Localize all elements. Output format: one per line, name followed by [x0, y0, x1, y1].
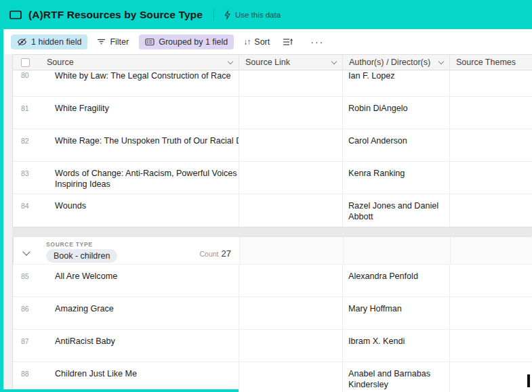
cell-source-themes[interactable] — [450, 265, 532, 297]
cell-source-link[interactable] — [239, 330, 343, 362]
cell-source-themes[interactable] — [450, 162, 532, 194]
source-title: White Fragility — [43, 97, 112, 129]
cell-source-link[interactable] — [239, 162, 343, 194]
embed-left-border — [0, 29, 3, 392]
filter-button[interactable]: Filter — [91, 35, 135, 49]
column-header-row: Source Source Link Author(s) / Director(… — [12, 54, 532, 70]
group-count: Count27 — [200, 248, 232, 259]
embed-bottom-border — [0, 389, 239, 392]
group-header-spacer — [344, 237, 451, 264]
source-title: All Are Welcome — [43, 265, 120, 297]
column-header-source-link[interactable]: Source Link — [239, 55, 343, 70]
cell-source-link[interactable] — [239, 297, 343, 329]
row-number: 81 — [13, 97, 43, 129]
column-header-source[interactable]: Source — [13, 55, 239, 70]
cell-authors[interactable]: Alexandra Penfold — [343, 265, 450, 297]
cell-source-link[interactable] — [239, 97, 343, 129]
hidden-fields-button[interactable]: 1 hidden field — [11, 35, 87, 49]
cell-source-link[interactable] — [239, 265, 343, 297]
cell-source[interactable]: 81 White Fragility — [13, 97, 239, 129]
sort-button[interactable]: ↓↑ Sort — [237, 35, 276, 49]
cell-source[interactable]: 82 White Rage: The Unspoken Truth of Our… — [13, 129, 239, 161]
row-number: 84 — [13, 194, 43, 227]
table-row[interactable]: 81 White Fragility Robin DiAngelo — [13, 97, 532, 129]
cell-source-themes[interactable] — [450, 362, 532, 392]
cell-source[interactable]: 84 Wounds — [13, 194, 239, 227]
cell-authors[interactable]: Carol Anderson — [343, 129, 450, 161]
title-bar: (A)RTF Resources by Source Type Use this… — [0, 0, 532, 29]
group-count-label: Count — [200, 250, 219, 258]
group-section-previous: 80 White by Law: The Legal Construction … — [12, 70, 532, 227]
cell-source[interactable]: 85 All Are Welcome — [13, 265, 239, 297]
page-title: (A)RTF Resources by Source Type — [28, 9, 203, 21]
view-toolbar: 1 hidden field Filter Grouped by 1 field… — [3, 29, 532, 54]
cell-source[interactable]: 80 White by Law: The Legal Construction … — [13, 70, 239, 96]
scrollbar-thumb[interactable] — [527, 374, 530, 387]
column-label-source: Source — [47, 58, 74, 67]
row-height-button[interactable] — [279, 35, 297, 49]
select-all-checkbox[interactable] — [21, 58, 30, 67]
hidden-fields-label: 1 hidden field — [31, 37, 81, 47]
group-section-book-children: SOURCE TYPE Book - children Count27 85 A… — [12, 236, 532, 392]
cell-source-link[interactable] — [239, 194, 343, 227]
cell-source[interactable]: 88 Children Just Like Me — [13, 362, 239, 392]
table-row[interactable]: 84 Wounds Razel Jones and Daniel Abbott — [13, 194, 532, 227]
row-number: 83 — [13, 162, 43, 194]
table-row[interactable]: 88 Children Just Like Me Anabel and Barn… — [13, 362, 532, 392]
table-row[interactable]: 86 Amazing Grace Mary Hoffman — [13, 297, 532, 330]
grid-table: Source Source Link Author(s) / Director(… — [12, 54, 532, 392]
column-label-source-link: Source Link — [245, 58, 290, 67]
cell-source-themes[interactable] — [450, 297, 532, 329]
row-number: 80 — [13, 70, 43, 96]
cell-source[interactable]: 87 AntiRacist Baby — [13, 330, 239, 362]
column-header-authors[interactable]: Author(s) / Director(s) — [343, 55, 450, 70]
group-header-spacer — [451, 237, 532, 264]
cell-source[interactable]: 86 Amazing Grace — [13, 297, 239, 329]
table-row[interactable]: 83 Words of Change: Anti-Racism, Powerfu… — [13, 162, 532, 194]
chevron-down-icon[interactable] — [438, 58, 444, 64]
row-number: 88 — [13, 362, 43, 392]
group-header-row: SOURCE TYPE Book - children Count27 — [13, 236, 532, 265]
cell-authors[interactable]: Anabel and Barnabas Kindersley — [343, 362, 450, 392]
more-options-button[interactable]: ··· — [305, 35, 329, 49]
cell-source-link[interactable] — [239, 362, 343, 392]
airtable-embed: (A)RTF Resources by Source Type Use this… — [0, 0, 532, 392]
source-title: White by Law: The Legal Construction of … — [43, 70, 233, 96]
row-number: 87 — [13, 330, 43, 362]
group-field-label: SOURCE TYPE — [46, 241, 239, 248]
source-title: White Rage: The Unspoken Truth of Our Ra… — [43, 129, 239, 161]
cell-authors[interactable]: Ian F. Lopez — [343, 70, 450, 96]
sort-label: Sort — [254, 37, 270, 47]
eye-off-icon — [17, 38, 27, 46]
cell-source-themes[interactable] — [450, 194, 532, 227]
cell-authors[interactable]: Ibram X. Kendi — [343, 330, 450, 362]
group-gap — [12, 227, 532, 236]
chevron-down-icon[interactable] — [331, 58, 337, 64]
table-row[interactable]: 80 White by Law: The Legal Construction … — [13, 70, 532, 97]
chevron-down-icon[interactable] — [228, 58, 233, 64]
use-this-data-label: Use this data — [235, 11, 281, 19]
table-row[interactable]: 82 White Rage: The Unspoken Truth of Our… — [13, 129, 532, 162]
use-this-data-button[interactable]: Use this data — [224, 10, 281, 20]
cell-source-themes[interactable] — [450, 129, 532, 161]
row-number: 86 — [13, 297, 43, 329]
cell-source-link[interactable] — [239, 129, 343, 161]
group-label: Grouped by 1 field — [159, 37, 228, 47]
table-row[interactable]: 85 All Are Welcome Alexandra Penfold — [13, 265, 532, 297]
cell-authors[interactable]: Kenra Ranking — [343, 162, 450, 194]
group-value-pill[interactable]: Book - children — [46, 249, 117, 263]
group-count-value: 27 — [222, 248, 231, 259]
group-button[interactable]: Grouped by 1 field — [139, 35, 234, 49]
cell-authors[interactable]: Razel Jones and Daniel Abbott — [343, 194, 450, 227]
cell-source-link[interactable] — [239, 70, 343, 96]
cell-source[interactable]: 83 Words of Change: Anti-Racism, Powerfu… — [13, 162, 239, 194]
cell-authors[interactable]: Robin DiAngelo — [343, 97, 450, 129]
cell-source-themes[interactable] — [450, 97, 532, 129]
group-collapse-chevron-icon[interactable] — [22, 248, 30, 255]
table-row[interactable]: 87 AntiRacist Baby Ibram X. Kendi — [13, 330, 532, 362]
cell-source-themes[interactable] — [450, 70, 532, 96]
cell-authors[interactable]: Mary Hoffman — [343, 297, 450, 329]
column-header-source-themes[interactable]: Source Themes — [450, 55, 532, 70]
cell-source-themes[interactable] — [450, 330, 532, 362]
source-title: Amazing Grace — [43, 297, 117, 329]
